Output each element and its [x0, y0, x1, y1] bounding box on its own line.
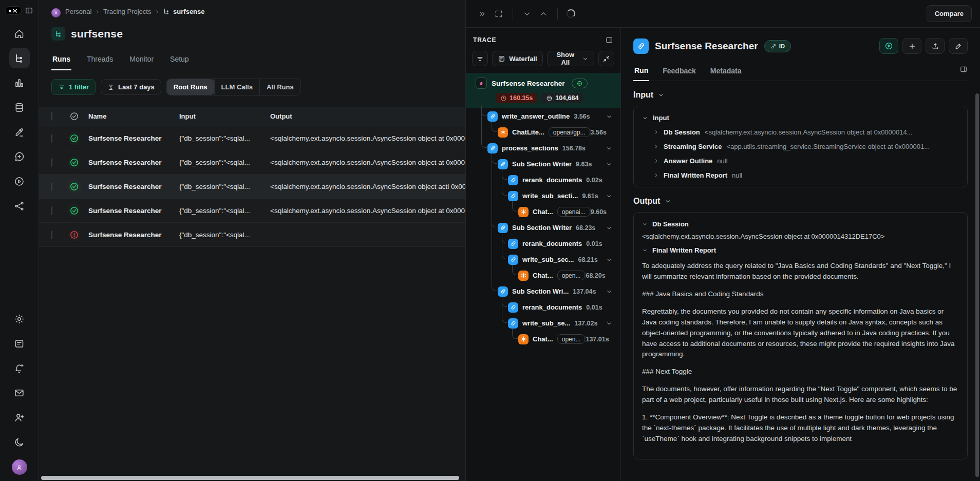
detail-panel-toggle-icon[interactable]: [959, 65, 968, 73]
column-header-output[interactable]: Output: [270, 112, 465, 120]
open-in-playground-button[interactable]: [879, 38, 898, 54]
tab-threads[interactable]: Threads: [86, 50, 114, 70]
detail-tab-feedback[interactable]: Feedback: [662, 63, 697, 81]
trace-panel-toggle-icon[interactable]: [605, 36, 613, 44]
root-run-name: Surfsense Researcher: [492, 80, 565, 87]
chevron-down-icon[interactable]: [606, 320, 613, 327]
tab-runs[interactable]: Runs: [51, 50, 71, 70]
trace-filter-button[interactable]: [472, 51, 488, 66]
output-entry-header[interactable]: Final Written Report: [642, 246, 959, 254]
trace-node[interactable]: Sub Section Wri...137.04s: [466, 283, 620, 299]
sidebar-item-moon[interactable]: [9, 432, 30, 452]
trace-node[interactable]: write_sub_se...137.02s: [466, 315, 620, 331]
breadcrumb-personal[interactable]: Personal: [65, 8, 91, 15]
trace-node[interactable]: write_sub_sec...68.21s: [466, 252, 620, 267]
sidebar-item-pencil[interactable]: [9, 122, 30, 142]
sidebar-item-trace[interactable]: [9, 48, 30, 68]
output-section-header[interactable]: Output: [633, 197, 968, 206]
input-section-header[interactable]: Input: [633, 90, 968, 100]
chevron-down-icon[interactable]: [606, 224, 613, 232]
input-entry[interactable]: Answer Outline null: [653, 157, 959, 165]
row-checkbox[interactable]: [51, 134, 52, 143]
compare-button[interactable]: Compare: [927, 5, 972, 22]
segment-llm-calls[interactable]: LLM Calls: [214, 79, 259, 95]
sidebar-item-play-circle[interactable]: [9, 171, 30, 191]
input-entry[interactable]: Final Written Report null: [653, 171, 959, 179]
chevron-down-icon[interactable]: [606, 288, 613, 295]
pencil-icon: [14, 127, 25, 138]
trace-node[interactable]: Chat...open...68.20s: [466, 267, 620, 283]
table-row[interactable]: Surfsense Researcher {"db_session":"<sql…: [39, 150, 465, 175]
waterfall-view-button[interactable]: Waterfall: [492, 51, 542, 66]
chevron-down-icon[interactable]: [606, 113, 613, 120]
segment-all-runs[interactable]: All Runs: [259, 79, 300, 95]
table-row[interactable]: Surfsense Researcher {"db_session":"<sql…: [39, 175, 465, 199]
collapse-all-button[interactable]: [598, 51, 614, 66]
trace-node[interactable]: rerank_documents0.01s: [466, 299, 620, 315]
trace-node[interactable]: write_answer_outline3.56s: [466, 108, 620, 124]
chevron-down-icon[interactable]: [606, 256, 613, 263]
sidebar-item-share-nodes[interactable]: [9, 196, 30, 216]
horizontal-scrollbar[interactable]: [41, 476, 459, 480]
detail-tab-run[interactable]: Run: [633, 62, 649, 81]
sidebar-item-home[interactable]: [9, 23, 30, 44]
output-entry-header[interactable]: Db Session: [642, 220, 959, 228]
vertical-scrollbar[interactable]: [975, 93, 979, 477]
detail-tab-metadata[interactable]: Metadata: [709, 63, 743, 81]
segment-root-runs[interactable]: Root Runs: [167, 79, 214, 95]
next-run-icon[interactable]: [536, 7, 551, 21]
langsmith-logo[interactable]: [5, 6, 22, 15]
chevron-down-icon[interactable]: [606, 161, 613, 168]
breadcrumb-tracing-projects[interactable]: Tracing Projects: [103, 8, 151, 15]
trace-node[interactable]: ChatLite...openai/gp...3.56s: [466, 124, 620, 140]
select-all-checkbox[interactable]: [51, 112, 52, 121]
trace-node[interactable]: write_sub_secti...9.61s: [466, 188, 620, 204]
trace-node[interactable]: process_sections156.78s: [466, 140, 620, 156]
input-entry[interactable]: Streaming Service <app.utils.streaming_s…: [653, 143, 959, 150]
breadcrumb-project[interactable]: surfsense: [163, 8, 204, 15]
collapse-panel-icon[interactable]: [475, 7, 489, 21]
workspace-avatar[interactable]: [51, 8, 61, 17]
input-entry[interactable]: Db Session <sqlalchemy.ext.asyncio.sessi…: [653, 128, 959, 136]
sidebar-item-database[interactable]: [9, 97, 30, 118]
column-header-name[interactable]: Name: [88, 112, 179, 120]
chevron-down-icon[interactable]: [606, 145, 613, 152]
trace-node[interactable]: rerank_documents0.01s: [466, 236, 620, 252]
sidebar-item-mail[interactable]: [9, 382, 30, 403]
prev-run-icon[interactable]: [520, 7, 534, 21]
user-avatar[interactable]: [12, 459, 27, 475]
table-row[interactable]: Surfsense Researcher {"db_session":"<sql…: [39, 199, 465, 223]
trace-root-node[interactable]: Surfsense Researcher 160.35s 104,684: [466, 73, 620, 108]
annotate-button[interactable]: [949, 38, 968, 54]
sidebar-toggle-icon[interactable]: [25, 6, 33, 15]
add-to-dataset-button[interactable]: [902, 38, 921, 54]
row-checkbox[interactable]: [51, 206, 52, 215]
sidebar-item-comment-plus[interactable]: [9, 146, 30, 167]
trace-node[interactable]: Sub Section Writer9.63s: [466, 156, 620, 172]
table-row[interactable]: Surfsense Researcher {"db_session":"<sql…: [39, 126, 465, 150]
row-checkbox[interactable]: [51, 182, 52, 191]
sidebar-item-form[interactable]: [9, 333, 30, 354]
date-range-button[interactable]: Last 7 days: [101, 79, 161, 95]
filter-button[interactable]: 1 filter: [51, 79, 96, 95]
trace-node[interactable]: Chat...openai...9.60s: [466, 204, 620, 220]
trace-node[interactable]: rerank_documents0.02s: [466, 172, 620, 188]
trace-node[interactable]: Chat...open...137.01s: [466, 331, 620, 347]
sidebar-item-chart[interactable]: [9, 72, 30, 93]
tab-setup[interactable]: Setup: [169, 50, 190, 70]
tab-monitor[interactable]: Monitor: [128, 50, 155, 70]
sidebar-item-bell-plus[interactable]: [9, 358, 30, 378]
share-run-button[interactable]: [926, 38, 945, 54]
run-id-badge[interactable]: ID: [764, 40, 791, 52]
trace-node[interactable]: Sub Section Writer68.23s: [466, 220, 620, 236]
sidebar-item-gear[interactable]: [9, 309, 30, 329]
chevron-down-icon[interactable]: [606, 193, 613, 200]
column-header-input[interactable]: Input: [179, 112, 270, 120]
row-checkbox[interactable]: [51, 158, 52, 167]
row-checkbox[interactable]: [51, 230, 52, 239]
expand-fullscreen-icon[interactable]: [492, 7, 506, 21]
show-all-dropdown[interactable]: Show All: [547, 51, 594, 66]
table-row[interactable]: Surfsense Researcher {"db_session":"<sql…: [39, 223, 465, 247]
sidebar-item-user-plus[interactable]: [9, 407, 30, 428]
input-group-row[interactable]: Input: [642, 114, 959, 122]
